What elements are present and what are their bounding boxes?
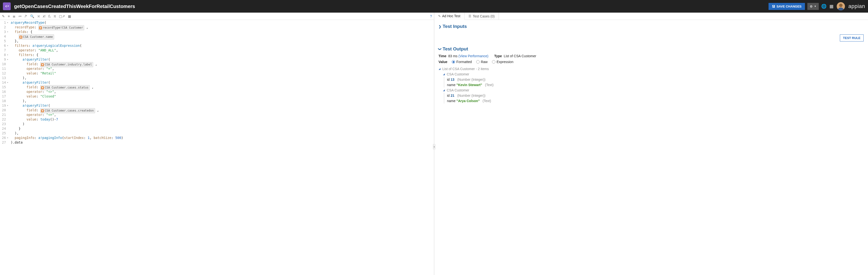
svg-point-1 [838, 7, 844, 10]
type-label: Type [494, 54, 502, 58]
workspace: ✎ ≡ ≣ ≔ /* 🔍 ⤭ x! fₓ π ▢↗ ▦ ? 1▾23▾456▾7… [0, 12, 868, 275]
value-label: Value [439, 60, 447, 64]
indent-icon[interactable]: ≣ [12, 14, 16, 18]
globe-icon[interactable]: 🌐 [821, 4, 827, 9]
brand-logo: appian [848, 3, 865, 9]
tab-adhoc-test[interactable]: ✎ Ad Hoc Test [434, 12, 465, 20]
tab-test-cases[interactable]: ☰ Test Cases (0) [465, 12, 499, 20]
radio-raw-label: Raw [481, 60, 488, 64]
search-icon[interactable]: 🔍 [30, 14, 34, 18]
page-title: getOpenCasesCreatedThisWeekForRetailCust… [14, 4, 769, 9]
avatar[interactable] [837, 2, 845, 10]
pi-icon[interactable]: π [54, 14, 56, 18]
radio-formatted[interactable]: Formatted [452, 60, 472, 64]
radio-expression[interactable]: Expression [492, 60, 513, 64]
time-label: Time [439, 54, 446, 58]
test-output-title: Test Output [443, 46, 468, 52]
chevron-down-icon: ❯ [438, 48, 442, 51]
tabs: ✎ Ad Hoc Test ☰ Test Cases (0) [434, 12, 868, 20]
svg-point-0 [839, 4, 842, 7]
test-pane: ✎ Ad Hoc Test ☰ Test Cases (0) ❯ Test In… [434, 12, 868, 275]
fx-icon[interactable]: fₓ [48, 14, 51, 18]
radio-formatted-label: Formatted [456, 60, 472, 64]
radio-expression-label: Expression [497, 60, 513, 64]
radio-raw[interactable]: Raw [476, 60, 488, 64]
test-inputs-section[interactable]: ❯ Test Inputs [439, 24, 864, 29]
list-icon: ☰ [468, 14, 471, 18]
top-header: getOpenCasesCreatedThisWeekForRetailCust… [0, 0, 868, 12]
code-editor[interactable]: 1▾23▾456▾78▾9▾1011121314▾1516171819▾2021… [0, 20, 434, 275]
align-icon[interactable]: ≔ [19, 14, 22, 18]
grid-icon[interactable]: ▦ [829, 4, 834, 9]
type-value: List of CSA Customer [504, 54, 536, 58]
pane-splitter[interactable] [433, 144, 435, 150]
gutter: 1▾23▾456▾78▾9▾1011121314▾1516171819▾2021… [0, 20, 10, 275]
tab-adhoc-label: Ad Hoc Test [442, 14, 460, 18]
time-value: 83 ms [448, 54, 458, 58]
header-actions: 🖫 SAVE CHANGES ⚙ ▼ 🌐 ▦ appian [769, 2, 865, 10]
export-icon[interactable]: ▢↗ [59, 14, 65, 18]
editor-toolbar: ✎ ≡ ≣ ≔ /* 🔍 ⤭ x! fₓ π ▢↗ ▦ ? [0, 12, 434, 20]
app-icon[interactable] [3, 2, 11, 10]
settings-menu-button[interactable]: ⚙ ▼ [807, 3, 819, 10]
chevron-right-icon: ❯ [439, 25, 441, 28]
editor-pane: ✎ ≡ ≣ ≔ /* 🔍 ⤭ x! fₓ π ▢↗ ▦ ? 1▾23▾456▾7… [0, 12, 434, 275]
value-format-row: Value Formatted Raw Expression [439, 60, 864, 64]
gear-icon: ⚙ [810, 5, 813, 8]
view-performance-link[interactable]: (View Performance) [459, 54, 488, 58]
test-inputs-title: Test Inputs [443, 24, 467, 29]
test-rule-button[interactable]: TEST RULE [840, 34, 864, 41]
wand-icon[interactable]: ✎ [2, 14, 5, 18]
output-meta-row: Time 83 ms (View Performance) Type List … [439, 54, 864, 58]
save-icon: 🖫 [772, 5, 775, 8]
record-icon[interactable]: ▦ [68, 14, 71, 18]
code-body[interactable]: a!queryRecordType( recordType: ▦recordTy… [10, 20, 124, 275]
chevron-down-icon: ▼ [814, 5, 816, 7]
save-changes-button[interactable]: 🖫 SAVE CHANGES [769, 3, 805, 10]
test-output-section[interactable]: ❯ Test Output [439, 46, 864, 52]
shuffle-icon[interactable]: ⤭ [37, 14, 40, 18]
outdent-icon[interactable]: ≡ [8, 14, 10, 18]
output-tree: ◢List of CSA Customer - 2 items◢CSA Cust… [439, 66, 864, 103]
tab-cases-label: Test Cases (0) [473, 14, 495, 18]
help-icon[interactable]: ? [430, 14, 432, 18]
panel-body: ❯ Test Inputs TEST RULE ❯ Test Output Ti… [434, 20, 868, 106]
comment-icon[interactable]: /* [25, 14, 27, 18]
clear-icon[interactable]: x! [43, 14, 45, 18]
pencil-icon: ✎ [438, 14, 441, 18]
save-label: SAVE CHANGES [777, 5, 802, 8]
